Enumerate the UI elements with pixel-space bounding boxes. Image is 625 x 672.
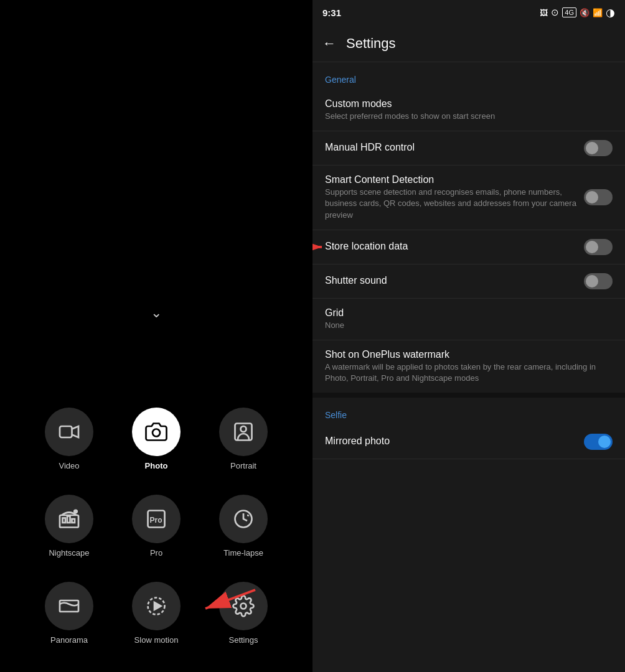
- mirrored-photo-text: Mirrored photo: [325, 436, 584, 448]
- smart-content-subtitle: Supports scene detection and recognises …: [325, 187, 576, 221]
- svg-rect-5: [63, 518, 66, 523]
- svg-point-3: [241, 426, 247, 432]
- mirrored-photo-title: Mirrored photo: [325, 436, 576, 447]
- svg-marker-14: [154, 602, 161, 610]
- custom-modes-text: Custom modes Select preferred modes to s…: [325, 98, 613, 122]
- photo-icon-circle: [132, 408, 181, 456]
- portrait-icon-circle: [219, 408, 268, 456]
- svg-rect-6: [67, 516, 70, 523]
- pro-label: Pro: [150, 548, 162, 558]
- watermark-text: Shot on OnePlus watermark A watermark wi…: [325, 349, 613, 384]
- panorama-icon-circle: [45, 582, 93, 630]
- wifi-status-icon: 📶: [593, 8, 603, 17]
- timelapse-label: Time-lapse: [223, 548, 263, 558]
- mode-portrait[interactable]: Portrait: [203, 398, 284, 479]
- status-icons: 🖼 ⊙ 4G 🔇 📶 ◑: [540, 6, 615, 19]
- svg-rect-7: [72, 519, 75, 523]
- svg-text:Pro: Pro: [150, 516, 162, 525]
- store-location-text: Store location data: [325, 241, 584, 253]
- manual-hdr-item[interactable]: Manual HDR control: [312, 131, 625, 166]
- store-location-item[interactable]: Store location data: [312, 230, 625, 264]
- mirrored-photo-item[interactable]: Mirrored photo: [312, 425, 625, 459]
- portrait-label: Portrait: [230, 461, 256, 470]
- camera-panel: ⌄ Video Photo: [0, 0, 312, 672]
- video-icon-circle: [45, 408, 93, 456]
- video-label: Video: [59, 461, 79, 470]
- shutter-sound-text: Shutter sound: [325, 275, 584, 287]
- mute-status-icon: 🔇: [580, 8, 590, 17]
- mirrored-photo-toggle[interactable]: [584, 434, 613, 450]
- grid-subtitle: None: [325, 320, 605, 331]
- nightscape-label: Nightscape: [49, 548, 89, 558]
- shutter-sound-toggle[interactable]: [584, 273, 613, 289]
- custom-modes-item[interactable]: Custom modes Select preferred modes to s…: [312, 90, 625, 131]
- smart-content-text: Smart Content Detection Supports scene d…: [325, 174, 584, 221]
- svg-rect-0: [60, 426, 72, 437]
- mode-pro[interactable]: Pro Pro: [116, 485, 197, 566]
- shutter-sound-item[interactable]: Shutter sound: [312, 264, 625, 299]
- store-location-title: Store location data: [325, 241, 576, 252]
- watermark-subtitle: A watermark will be applied to photos ta…: [325, 362, 605, 384]
- mode-timelapse[interactable]: Time-lapse: [203, 485, 284, 566]
- mode-photo[interactable]: Photo: [116, 398, 197, 479]
- status-time: 9:31: [322, 7, 341, 18]
- smart-content-title: Smart Content Detection: [325, 174, 576, 185]
- manual-hdr-text: Manual HDR control: [325, 142, 584, 154]
- watermark-item[interactable]: Shot on OnePlus watermark A watermark wi…: [312, 340, 625, 393]
- gallery-status-icon: 🖼: [540, 8, 548, 17]
- nightscape-icon-circle: [45, 495, 93, 543]
- smart-content-item[interactable]: Smart Content Detection Supports scene d…: [312, 166, 625, 230]
- battery-status-icon: ◑: [606, 6, 615, 19]
- red-arrow-settings: [193, 577, 268, 627]
- grid-title: Grid: [325, 307, 605, 319]
- grid-item[interactable]: Grid None: [312, 299, 625, 340]
- selfie-section-header: Selfie: [312, 398, 625, 425]
- mode-panorama[interactable]: Panorama: [29, 572, 110, 653]
- svg-point-8: [74, 510, 77, 513]
- grid-text: Grid None: [325, 307, 613, 331]
- section-divider: [312, 393, 625, 398]
- settings-header: ← Settings: [312, 25, 625, 62]
- manual-hdr-title: Manual HDR control: [325, 142, 576, 153]
- location-status-icon: ⊙: [551, 7, 559, 18]
- settings-panel: 9:31 🖼 ⊙ 4G 🔇 📶 ◑ ← Settings General Cus…: [312, 0, 625, 672]
- settings-title: Settings: [346, 35, 396, 52]
- custom-modes-title: Custom modes: [325, 98, 605, 110]
- settings-label: Settings: [229, 635, 258, 645]
- chevron-down-icon[interactable]: ⌄: [151, 305, 162, 321]
- mode-slowmotion[interactable]: Slow motion: [116, 572, 197, 653]
- settings-content: General Custom modes Select preferred mo…: [312, 62, 625, 672]
- status-bar: 9:31 🖼 ⊙ 4G 🔇 📶 ◑: [312, 0, 625, 25]
- slowmotion-icon-circle: [132, 582, 181, 630]
- pro-icon-circle: Pro: [132, 495, 181, 543]
- red-arrow-location: [312, 231, 337, 263]
- store-location-toggle[interactable]: [584, 239, 613, 255]
- smart-content-toggle[interactable]: [584, 189, 613, 205]
- shutter-sound-title: Shutter sound: [325, 275, 576, 286]
- manual-hdr-toggle[interactable]: [584, 140, 613, 156]
- panorama-label: Panorama: [50, 635, 88, 645]
- photo-label: Photo: [145, 461, 168, 470]
- back-button[interactable]: ←: [322, 35, 336, 52]
- watermark-title: Shot on OnePlus watermark: [325, 349, 605, 360]
- slowmotion-label: Slow motion: [134, 635, 179, 645]
- signal-status-icon: 4G: [562, 7, 576, 17]
- general-section-header: General: [312, 62, 625, 90]
- svg-point-1: [153, 429, 160, 436]
- custom-modes-subtitle: Select preferred modes to show on start …: [325, 111, 605, 122]
- mode-video[interactable]: Video: [29, 398, 110, 479]
- mode-nightscape[interactable]: Nightscape: [29, 485, 110, 566]
- timelapse-icon-circle: [219, 495, 268, 543]
- svg-line-17: [205, 590, 255, 609]
